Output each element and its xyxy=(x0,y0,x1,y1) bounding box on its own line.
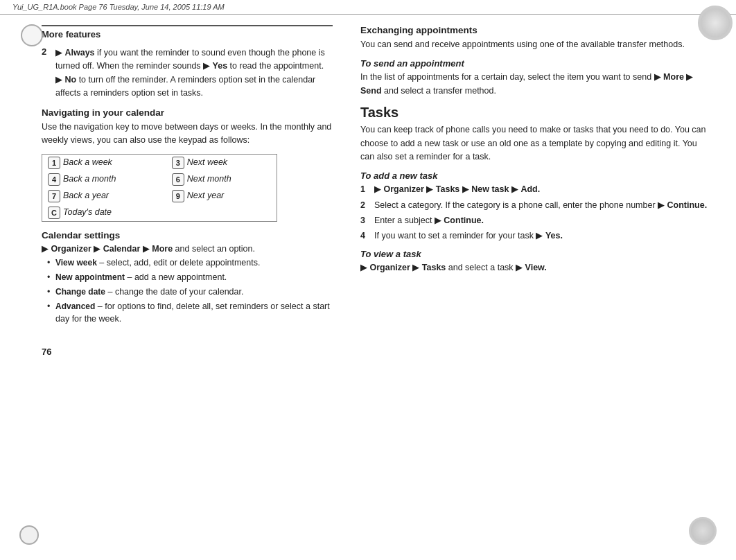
corner-decoration-br xyxy=(689,517,717,545)
add-task-steps: 1 ▶ Organizer ▶ Tasks ▶ New task ▶ Add. … xyxy=(360,183,708,243)
nav-row-3: 7Back a year 9Next year xyxy=(42,188,277,204)
cal-bullet-3: Change date – change the date of your ca… xyxy=(47,286,333,299)
key-3: 3 xyxy=(172,157,184,169)
key-4: 4 xyxy=(48,173,60,186)
tasks-heading: Tasks xyxy=(360,105,708,121)
send-appt-text: In the list of appointments for a certai… xyxy=(360,71,708,98)
cal-bullet-2: New appointment – add a new appointment. xyxy=(47,271,333,284)
cal-organizer-line: ▶ Organizer ▶ Calendar ▶ More and select… xyxy=(42,243,333,254)
nav-key-table: 1Back a week 3Next week 4Back a month 6N… xyxy=(42,154,277,222)
exchange-text: You can send and receive appointments us… xyxy=(360,38,708,51)
step-3: 3 Enter a subject ▶ Continue. xyxy=(360,214,708,227)
cal-bullet-1: View week – select, add, edit or delete … xyxy=(47,256,333,270)
cal-settings-heading: Calendar settings xyxy=(42,230,333,240)
more-features-heading: More features xyxy=(42,25,333,40)
corner-decoration-tr xyxy=(698,6,733,40)
key-9: 9 xyxy=(172,190,184,202)
key-1-label: Back a week xyxy=(63,158,112,168)
page-number: 76 xyxy=(42,347,333,357)
item-2-text: ▶ Always if you want the reminder to sou… xyxy=(55,46,333,100)
step-1: 1 ▶ Organizer ▶ Tasks ▶ New task ▶ Add. xyxy=(360,183,708,196)
view-task-text: ▶ Organizer ▶ Tasks and select a task ▶ … xyxy=(360,261,708,274)
key-9-label: Next year xyxy=(187,191,225,201)
item-2-number: 2 xyxy=(42,46,51,100)
left-column: More features 2 ▶ Always if you want the… xyxy=(42,25,333,362)
key-4-label: Back a month xyxy=(63,175,116,184)
step-2: 2 Select a category. If the category is … xyxy=(360,199,708,212)
step-4: 4 If you want to set a reminder for your… xyxy=(360,229,708,243)
nav-heading: Navigating in your calendar xyxy=(42,107,333,118)
book-header: Yui_UG_R1A.book Page 76 Tuesday, June 14… xyxy=(0,0,736,15)
corner-decoration-bl xyxy=(19,525,39,545)
key-c: C xyxy=(48,207,60,219)
cal-bullet-4: Advanced – for options to find, delete a… xyxy=(47,300,333,326)
key-3-label: Next week xyxy=(187,158,227,168)
key-c-label: Today's date xyxy=(63,208,112,218)
corner-decoration-tl xyxy=(21,24,43,46)
exchange-heading: Exchanging appointments xyxy=(360,25,708,35)
cal-bullet-list: View week – select, add, edit or delete … xyxy=(47,256,333,326)
key-6: 6 xyxy=(172,173,184,186)
nav-row-4: CToday's date xyxy=(42,204,277,222)
right-column: Exchanging appointments You can send and… xyxy=(360,25,708,362)
key-1: 1 xyxy=(48,157,60,169)
key-7-label: Back a year xyxy=(63,191,109,201)
nav-row-1: 1Back a week 3Next week xyxy=(42,155,277,172)
send-appt-heading: To send an appointment xyxy=(360,58,708,69)
add-task-heading: To add a new task xyxy=(360,170,708,181)
key-7: 7 xyxy=(48,190,60,202)
key-6-label: Next month xyxy=(187,175,231,184)
tasks-intro: You can keep track of phone calls you ne… xyxy=(360,123,708,164)
view-task-heading: To view a task xyxy=(360,249,708,259)
nav-row-2: 4Back a month 6Next month xyxy=(42,171,277,188)
nav-intro: Use the navigation key to move between d… xyxy=(42,121,333,148)
